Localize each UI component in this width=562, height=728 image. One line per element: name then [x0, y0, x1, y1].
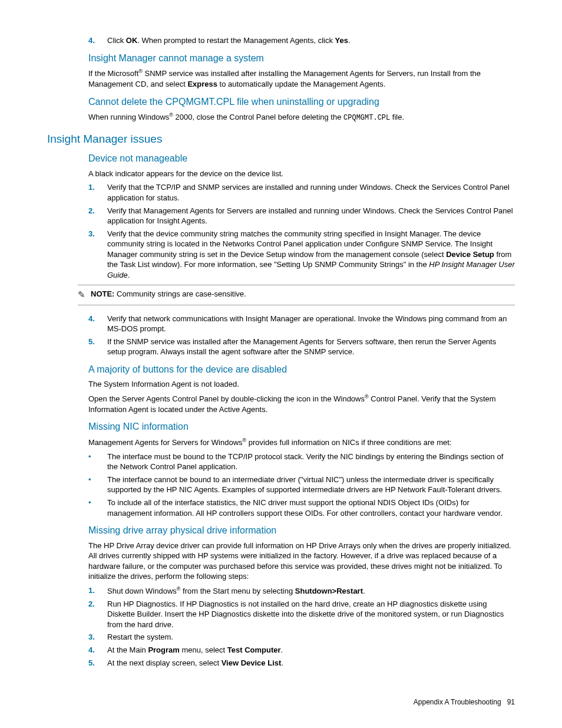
- note-box: ✎ NOTE: Community strings are case-sensi…: [78, 285, 515, 305]
- para-black-indicator: A black indicator appears for the device…: [88, 169, 515, 179]
- para-sia-not-loaded: The System Information Agent is not load…: [88, 379, 515, 390]
- bullet-icon: •: [88, 475, 107, 495]
- nic-bullet-3: • To include all of the interface statis…: [88, 498, 515, 518]
- bullet-icon: •: [88, 498, 107, 518]
- drive-step-4: 4. At the Main Program menu, select Test…: [88, 645, 515, 655]
- dnm-step-3: 3. Verify that the device community stri…: [88, 229, 515, 281]
- heading-insight-manager-issues: Insight Manager issues: [47, 131, 515, 147]
- para-drive-intro: The HP Drive Array device driver can pro…: [88, 541, 515, 582]
- heading-missing-drive: Missing drive array physical drive infor…: [88, 524, 515, 537]
- heading-missing-nic: Missing NIC information: [88, 420, 515, 433]
- page-footer: Appendix A Troubleshooting 91: [414, 697, 515, 707]
- step-4: 4. Click OK. When prompted to restart th…: [88, 35, 515, 46]
- page-number: 91: [507, 698, 515, 706]
- note-icon: ✎: [78, 289, 91, 301]
- list-number: 4.: [88, 35, 107, 46]
- dnm-step-5: 5. If the SNMP service was installed aft…: [88, 337, 515, 357]
- note-text: Community strings are case-sensitive.: [114, 289, 246, 298]
- para-nic-intro: Management Agents for Servers for Window…: [88, 437, 515, 448]
- para-cannot-manage: If the Microsoft® SNMP service was insta…: [88, 68, 515, 89]
- code-filename: CPQMGMT.CPL: [343, 114, 390, 122]
- para-open-server-agents: Open the Server Agents Control Panel by …: [88, 393, 515, 414]
- note-label: NOTE:: [91, 289, 114, 298]
- nic-bullet-2: • The interface cannot be bound to an in…: [88, 475, 515, 495]
- drive-step-5: 5. At the next display screen, select Vi…: [88, 658, 515, 668]
- heading-cannot-manage: Insight Manager cannot manage a system: [88, 52, 515, 65]
- registered-icon: ®: [138, 68, 143, 74]
- heading-cannot-delete: Cannot delete the CPQMGMT.CPL file when …: [88, 95, 515, 108]
- drive-step-1: 1. Shut down Windows® from the Start men…: [88, 585, 515, 597]
- step-4-text: Click OK. When prompted to restart the M…: [107, 35, 515, 46]
- dnm-step-1: 1. Verify that the TCP/IP and SNMP servi…: [88, 182, 515, 203]
- dnm-step-4: 4. Verify that network communications wi…: [88, 314, 515, 334]
- registered-icon: ®: [365, 394, 369, 400]
- bullet-icon: •: [88, 452, 107, 472]
- heading-device-not-manageable: Device not manageable: [88, 152, 515, 165]
- nic-bullet-1: • The interface must be bound to the TCP…: [88, 452, 515, 472]
- para-cannot-delete: When running Windows® 2000, close the Co…: [88, 111, 515, 123]
- drive-step-2: 2. Run HP Diagnostics. If HP Diagnostics…: [88, 599, 515, 630]
- registered-icon: ®: [169, 112, 173, 118]
- heading-buttons-disabled: A majority of buttons for the device are…: [88, 363, 515, 376]
- dnm-step-2: 2. Verify that Management Agents for Ser…: [88, 206, 515, 226]
- footer-label: Appendix A Troubleshooting: [414, 698, 501, 706]
- drive-step-3: 3. Restart the system.: [88, 632, 515, 643]
